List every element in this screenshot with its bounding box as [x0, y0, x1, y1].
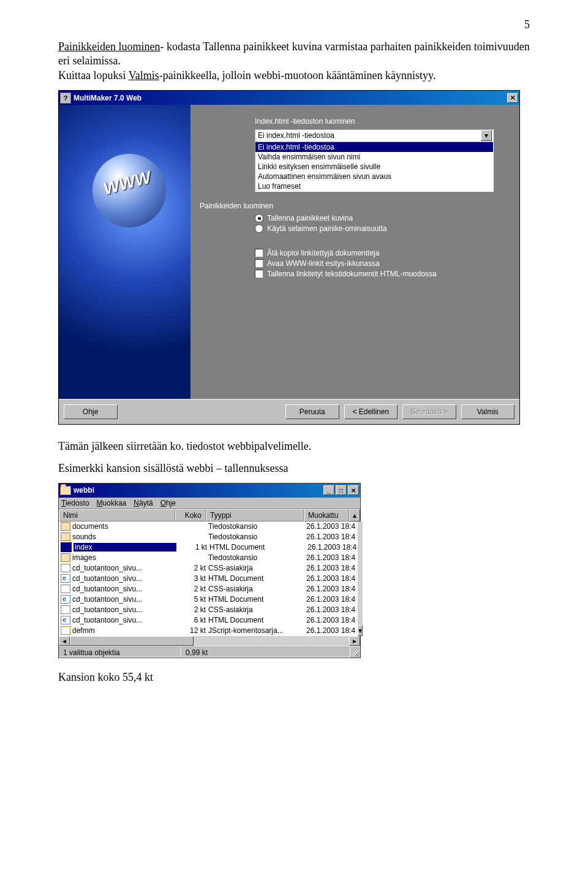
index-combobox[interactable]: Ei index.html -tiedostoa ▾	[255, 129, 494, 142]
file-type: Tiedostokansio	[208, 553, 306, 562]
index-listbox[interactable]: Ei index.html -tiedostoa Vaihda ensimmäi…	[255, 142, 494, 192]
file-size: 2 kt	[175, 585, 208, 593]
header-type[interactable]: Tyyppi	[206, 509, 304, 521]
maximize-icon[interactable]: □	[336, 485, 347, 495]
file-modified: 26.1.2003 18:4	[306, 574, 358, 583]
file-name: documents	[72, 522, 175, 531]
scroll-up-icon[interactable]: ▴	[349, 509, 360, 521]
cancel-button[interactable]: Peruuta	[285, 404, 339, 419]
file-name: cd_tuotantoon_sivu...	[72, 564, 175, 572]
minimize-icon[interactable]: _	[323, 485, 334, 495]
explorer-titlebar: webbi _ □ ✕	[59, 483, 360, 498]
file-name: defmm	[72, 626, 175, 635]
file-icon	[61, 616, 70, 624]
check-no-copy[interactable]: Älä kopioi linkitettyjä dokumentteja	[255, 249, 511, 257]
list-item[interactable]: Automaattinen ensimmäisen sivun avaus	[255, 172, 493, 181]
check-save-html[interactable]: Tallenna linkitetyt tekstidokumentit HTM…	[255, 270, 511, 278]
header-name[interactable]: Nimi	[59, 509, 175, 521]
menu-edit[interactable]: Muokkaa	[97, 499, 127, 507]
file-type: Tiedostokansio	[208, 533, 306, 541]
intro-text-3: -painikkeella, jolloin webbi-muotoon kää…	[159, 69, 436, 82]
file-type: JScript-komentosarja...	[208, 626, 306, 635]
intro-paragraph: Painikkeiden luominen- kodasta Tallenna …	[58, 40, 530, 83]
column-headers: Nimi Koko Tyyppi Muokattu ▴	[59, 509, 360, 521]
table-row[interactable]: index1 ktHTML Document26.1.2003 18:4	[59, 542, 358, 553]
back-button[interactable]: < Edellinen	[344, 404, 398, 419]
table-row[interactable]: cd_tuotantoon_sivu...2 ktCSS-asiakirja26…	[59, 563, 358, 574]
intro-text-2: Kuittaa lopuksi	[58, 69, 129, 82]
vertical-scrollbar[interactable]: ▾	[358, 521, 363, 636]
list-item[interactable]: Ei index.html -tiedostoa	[255, 142, 493, 152]
table-row[interactable]: cd_tuotantoon_sivu...2 ktCSS-asiakirja26…	[59, 584, 358, 594]
close-icon[interactable]: ✕	[348, 485, 359, 495]
table-row[interactable]: imagesTiedostokansio26.1.2003 18:4	[59, 553, 358, 563]
footer-size: Kansion koko 55,4 kt	[58, 670, 530, 684]
header-size[interactable]: Koko	[175, 509, 206, 521]
checkbox-icon	[255, 249, 263, 257]
finish-button[interactable]: Valmis	[461, 404, 515, 419]
header-modified[interactable]: Muokattu	[304, 509, 349, 521]
radio-browser-buttons[interactable]: Käytä selaimen painike-ominaisuutta	[255, 224, 511, 233]
check-open-links[interactable]: Avaa WWW-linkit esitys-ikkunassa	[255, 259, 511, 268]
explorer-window: webbi _ □ ✕ Tiedosto Muokkaa Näytä Ohje …	[58, 483, 361, 658]
file-icon	[61, 585, 70, 593]
file-modified: 26.1.2003 18:4	[306, 533, 358, 541]
file-modified: 26.1.2003 18:4	[306, 605, 358, 614]
file-name: cd_tuotantoon_sivu...	[72, 585, 175, 593]
file-type: Tiedostokansio	[208, 522, 306, 531]
file-name: cd_tuotantoon_sivu...	[72, 574, 175, 583]
file-size: 3 kt	[175, 574, 208, 583]
file-size: 2 kt	[175, 564, 208, 572]
check-label: Avaa WWW-linkit esitys-ikkunassa	[267, 259, 380, 268]
file-type: HTML Document	[208, 616, 306, 624]
table-row[interactable]: documentsTiedostokansio26.1.2003 18:4	[59, 521, 358, 532]
file-size: 5 kt	[175, 595, 208, 604]
file-icon	[61, 595, 70, 604]
menubar: Tiedosto Muokkaa Näytä Ohje	[59, 498, 360, 509]
file-size: 1 kt	[176, 543, 209, 552]
dialog-titlebar: ? MultiMaker 7.0 Web ✕	[59, 91, 519, 105]
list-item[interactable]: Vaihda ensimmäisen sivun nimi	[255, 152, 493, 162]
app-icon: ?	[60, 93, 71, 104]
resize-grip-icon[interactable]	[350, 646, 360, 658]
file-type: CSS-asiakirja	[208, 564, 306, 572]
file-type: HTML Document	[208, 574, 306, 583]
menu-help[interactable]: Ohje	[160, 499, 176, 507]
scroll-right-icon[interactable]: ▸	[349, 636, 360, 646]
file-type: CSS-asiakirja	[208, 585, 306, 593]
folder-icon	[60, 486, 71, 495]
radio-label: Käytä selaimen painike-ominaisuutta	[267, 224, 386, 233]
file-size: 2 kt	[175, 605, 208, 614]
radio-save-images[interactable]: Tallenna painikkeet kuvina	[255, 214, 511, 222]
chevron-down-icon[interactable]: ▾	[481, 130, 492, 141]
table-row[interactable]: cd_tuotantoon_sivu...5 ktHTML Document26…	[59, 594, 358, 605]
status-selection: 1 valittua objektia	[59, 646, 181, 658]
table-row[interactable]: defmm12 ktJScript-komentosarja...26.1.20…	[59, 626, 358, 636]
file-name: cd_tuotantoon_sivu...	[72, 595, 175, 604]
menu-view[interactable]: Näytä	[134, 499, 153, 507]
close-icon[interactable]: ✕	[507, 93, 518, 103]
index-section-label: Index.html -tiedoston luominen	[255, 117, 511, 126]
file-icon	[61, 574, 70, 583]
table-row[interactable]: soundsTiedostokansio26.1.2003 18:4	[59, 532, 358, 542]
radio-icon	[255, 214, 263, 222]
file-icon	[61, 542, 72, 552]
file-modified: 26.1.2003 18:4	[306, 626, 358, 635]
file-modified: 26.1.2003 18:4	[306, 585, 358, 593]
help-button[interactable]: Ohje	[64, 404, 118, 419]
table-row[interactable]: cd_tuotantoon_sivu...6 ktHTML Document26…	[59, 615, 358, 626]
horizontal-scrollbar[interactable]: ◂ ▸	[59, 636, 360, 646]
wizard-graphic: WWW	[59, 105, 191, 399]
table-row[interactable]: cd_tuotantoon_sivu...3 ktHTML Document26…	[59, 574, 358, 584]
list-item[interactable]: Linkki esityksen ensimmäiselle sivulle	[255, 162, 493, 172]
radio-icon	[255, 224, 263, 233]
file-modified: 26.1.2003 18:4	[306, 553, 358, 562]
table-row[interactable]: cd_tuotantoon_sivu...2 ktCSS-asiakirja26…	[59, 605, 358, 615]
menu-file[interactable]: Tiedosto	[61, 499, 89, 507]
scroll-left-icon[interactable]: ◂	[59, 636, 70, 646]
radio-label: Tallenna painikkeet kuvina	[267, 214, 353, 222]
scroll-down-icon[interactable]: ▾	[358, 625, 363, 636]
wizard-dialog: ? MultiMaker 7.0 Web ✕ WWW Index.html -t…	[58, 90, 520, 425]
list-item[interactable]: Luo frameset	[255, 181, 493, 191]
scrollbar-thumb[interactable]	[70, 636, 194, 646]
